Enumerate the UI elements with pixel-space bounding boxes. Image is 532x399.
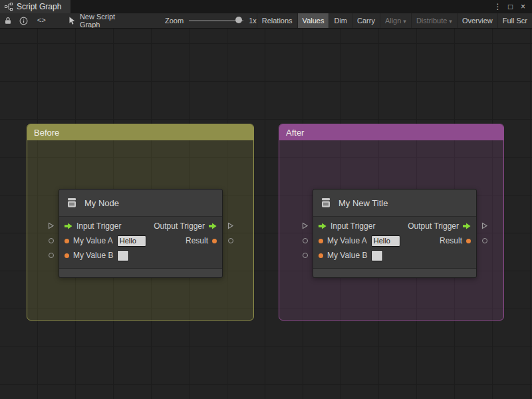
unit-node-before[interactable]: My Node Input Trigger Output Trigger [59,189,223,278]
overview-button[interactable]: Overview [457,13,497,28]
node-body: Input Trigger Output Trigger My Value A … [313,217,476,268]
values-button[interactable]: Values [297,13,329,28]
zoom-value: 1x [249,17,257,25]
node-header[interactable]: My New Title [313,190,476,217]
flow-arrow-icon [463,223,471,229]
group-label: Before [34,128,59,138]
close-icon[interactable]: × [517,0,529,13]
node-header[interactable]: My Node [59,190,222,217]
group-before[interactable]: Before My Node Input Tr [27,124,254,321]
port-result[interactable]: Result [440,236,471,245]
group-header-after[interactable]: After [279,124,503,140]
zoom-slider[interactable] [189,13,243,28]
port-output-trigger[interactable]: Output Trigger [408,221,471,231]
tab-script-graph[interactable]: Script Graph [0,0,70,13]
port-row: My Value A Result [59,233,222,248]
button-label: Distribute [416,17,447,25]
port-label: Result [186,236,208,245]
port-result[interactable]: Result [186,236,217,245]
zoom-label: Zoom [165,17,184,25]
group-header-before[interactable]: Before [27,124,253,140]
button-label: Full Scr [503,17,527,25]
graph-canvas[interactable]: Before My Node Input Tr [0,29,532,399]
port-label: Input Trigger [76,221,121,231]
toolbar-buttons: Relations Values Dim Carry Align▾ Distri… [257,13,532,28]
graph-pointer-icon [68,17,76,25]
value-b-field[interactable] [117,250,129,261]
external-value-port-icon[interactable] [481,237,488,244]
port-row: Input Trigger Output Trigger [59,219,222,233]
port-output-trigger[interactable]: Output Trigger [154,221,217,231]
distribute-dropdown: Distribute▾ [411,13,457,28]
flow-arrow-icon [65,223,72,229]
button-label: Dim [334,17,347,25]
group-label: After [286,128,304,138]
info-icon[interactable] [16,13,32,28]
code-view-icon[interactable]: <> [32,17,51,25]
value-b-field[interactable] [371,250,383,261]
port-my-value-b[interactable]: My Value B [319,250,383,261]
port-input-trigger[interactable]: Input Trigger [319,221,375,231]
port-row: My Value A Result [313,233,476,248]
port-label: Result [440,236,462,245]
fullscreen-button[interactable]: Full Scr [497,13,532,28]
port-row: Input Trigger Output Trigger [313,219,476,233]
graph-toolbar: <> New Script Graph Zoom 1x Relations Va… [0,13,532,29]
port-row: My Value B [59,248,222,263]
relations-button[interactable]: Relations [257,13,297,28]
external-flow-port-icon[interactable] [47,222,55,229]
button-label: Carry [357,17,375,25]
external-value-port-icon[interactable] [47,251,55,259]
port-label: My Value B [73,251,113,260]
script-graph-icon [5,3,13,11]
external-value-port-icon[interactable] [301,251,309,259]
button-label: Align [385,17,401,25]
unit-icon [66,197,78,209]
title-bar: Script Graph ⋮ □ × [0,0,532,13]
maximize-icon[interactable]: □ [505,0,516,13]
graph-breadcrumb[interactable]: New Script Graph [68,13,137,29]
chevron-down-icon: ▾ [449,18,452,25]
value-port-icon [65,239,69,243]
zoom-slider-handle[interactable] [235,17,242,23]
dim-button[interactable]: Dim [329,13,352,28]
external-flow-port-icon[interactable] [481,222,488,229]
port-my-value-a[interactable]: My Value A [65,235,146,247]
carry-button[interactable]: Carry [352,13,380,28]
group-after[interactable]: After My New Title Inpu [279,124,504,321]
value-port-icon [65,253,69,258]
port-label: Input Trigger [331,221,375,231]
value-port-icon [466,239,471,243]
port-label: Output Trigger [154,221,205,231]
port-row: My Value B [313,248,476,263]
node-title: My New Title [338,198,388,208]
unit-icon [320,197,332,209]
window-menu-icon[interactable]: ⋮ [492,0,503,13]
port-my-value-a[interactable]: My Value A [319,235,400,247]
external-flow-port-icon[interactable] [227,222,234,229]
node-title: My Node [84,198,119,208]
value-a-field[interactable] [117,235,146,247]
graph-name-label: New Script Graph [80,13,137,29]
port-label: My Value A [73,236,113,245]
port-label: Output Trigger [408,221,459,231]
port-label: My Value B [327,251,367,260]
value-port-icon [212,239,217,243]
port-input-trigger[interactable]: Input Trigger [65,221,121,231]
lock-icon[interactable] [0,13,16,28]
unit-node-after[interactable]: My New Title Input Trigger Output Trigge… [313,189,477,278]
port-label: My Value A [327,236,367,245]
value-port-icon [319,239,323,243]
node-footer [313,268,476,277]
window-controls: ⋮ □ × [492,0,532,13]
flow-arrow-icon [209,223,217,229]
align-dropdown: Align▾ [380,13,411,28]
external-value-port-icon[interactable] [47,237,55,244]
external-value-port-icon[interactable] [301,237,309,244]
external-flow-port-icon[interactable] [301,222,309,229]
button-label: Values [303,17,325,25]
port-my-value-b[interactable]: My Value B [65,250,129,261]
value-a-field[interactable] [371,235,400,247]
tab-label: Script Graph [17,2,61,11]
external-value-port-icon[interactable] [227,237,234,244]
